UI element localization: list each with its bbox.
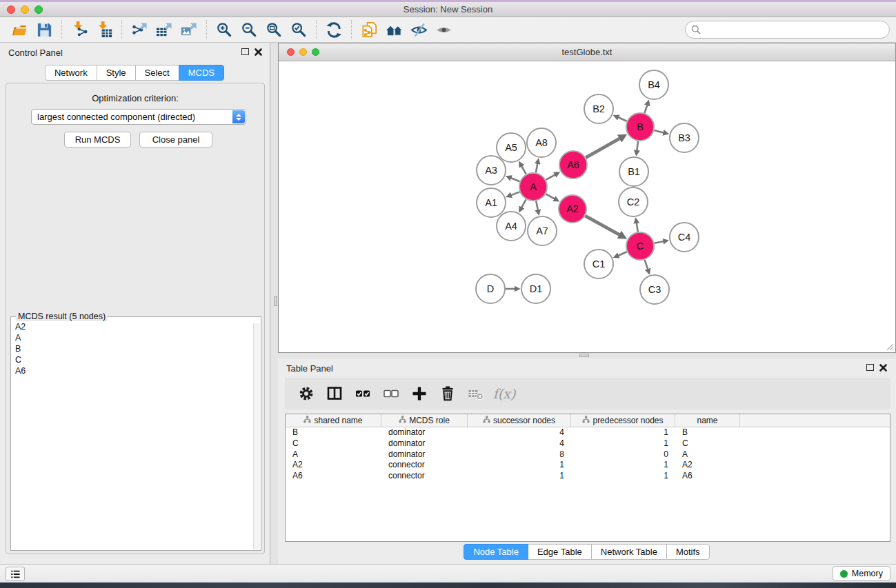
add-row-icon[interactable]	[409, 383, 430, 404]
table-cell[interactable]: C	[286, 438, 381, 449]
graph-node[interactable]: A5	[497, 133, 526, 162]
result-scrollbar[interactable]	[253, 323, 260, 549]
graph-node[interactable]: D	[476, 274, 505, 303]
memory-button[interactable]: Memory	[833, 566, 890, 581]
table-cell[interactable]: 8	[468, 449, 571, 460]
zoom-out-icon[interactable]	[237, 19, 261, 40]
tab-style[interactable]: Style	[97, 65, 136, 81]
graph-node[interactable]: A1	[477, 188, 506, 217]
table-settings-icon[interactable]	[296, 383, 317, 404]
table-cell[interactable]: 1	[468, 471, 571, 482]
result-item[interactable]: B	[15, 343, 252, 354]
result-item[interactable]: A6	[15, 365, 252, 376]
close-panel-button[interactable]: Close panel	[139, 132, 212, 148]
table-splitter-handle[interactable]	[579, 354, 589, 357]
table-cell[interactable]: B	[286, 427, 381, 438]
tab-network-table[interactable]: Network Table	[591, 544, 667, 560]
table-cell[interactable]: 1	[571, 438, 675, 449]
table-cell[interactable]: C	[675, 438, 740, 449]
column-header-MCDS-role[interactable]: MCDS role	[381, 414, 468, 427]
table-cell[interactable]: A	[675, 449, 740, 460]
table-row[interactable]: Cdominator41C	[286, 438, 890, 449]
zoom-in-icon[interactable]	[212, 19, 237, 40]
graph-edge[interactable]	[655, 241, 664, 243]
graph-node[interactable]: A3	[477, 156, 506, 185]
result-item[interactable]: C	[15, 354, 252, 365]
close-table-panel-icon[interactable]	[879, 363, 888, 372]
graph-edge[interactable]	[637, 223, 638, 232]
graph-edge[interactable]	[585, 216, 619, 235]
graph-node[interactable]: A4	[497, 212, 526, 241]
graph-edge[interactable]	[536, 201, 538, 210]
table-cell[interactable]: A6	[286, 471, 381, 482]
graph-edge[interactable]	[654, 130, 664, 132]
network-canvas[interactable]: B4 B2 B B3 A8 A5 A6 A3 B1 A C2 A1 A2 A4 …	[279, 62, 895, 352]
task-history-button[interactable]	[6, 567, 25, 581]
graph-edge[interactable]	[645, 260, 648, 270]
float-table-panel-icon[interactable]	[866, 364, 874, 371]
graph-edge[interactable]	[536, 164, 537, 173]
home-icon[interactable]	[381, 19, 406, 40]
save-session-icon[interactable]	[32, 19, 57, 40]
graph-node[interactable]: B1	[619, 157, 648, 186]
graph-edge[interactable]	[637, 141, 638, 151]
export-image-icon[interactable]	[177, 19, 201, 40]
search-input[interactable]	[704, 25, 889, 35]
graph-node[interactable]: B3	[670, 123, 699, 152]
tab-motifs[interactable]: Motifs	[666, 544, 710, 560]
tab-node-table[interactable]: Node Table	[464, 544, 528, 560]
table-cell[interactable]: A	[286, 449, 381, 460]
table-row[interactable]: A6connector11A6	[286, 471, 890, 482]
graph-node[interactable]: C4	[670, 223, 699, 252]
graph-edge[interactable]	[546, 194, 555, 199]
column-header-predecessor-nodes[interactable]: predecessor nodes	[571, 414, 675, 427]
tab-network[interactable]: Network	[45, 65, 97, 81]
resize-grip-icon[interactable]	[884, 341, 894, 351]
zoom-selected-icon[interactable]	[286, 19, 311, 40]
delete-row-icon[interactable]	[437, 383, 458, 404]
table-cell[interactable]: 1	[468, 460, 571, 471]
graph-edge[interactable]	[521, 199, 526, 207]
table-cell[interactable]: 0	[571, 449, 675, 460]
result-item[interactable]: A2	[15, 321, 252, 332]
graph-node[interactable]: A	[519, 173, 547, 201]
column-header-successor-nodes[interactable]: successor nodes	[468, 414, 571, 427]
criterion-dropdown[interactable]: largest connected component (directed)	[31, 109, 246, 125]
panel-splitter-handle[interactable]	[274, 296, 277, 306]
graph-node[interactable]: C	[626, 232, 654, 260]
table-cell[interactable]: 4	[468, 427, 571, 438]
table-row[interactable]: Bdominator41B	[286, 427, 890, 438]
table-cell[interactable]: connector	[381, 471, 468, 482]
table-cell[interactable]: connector	[381, 460, 468, 471]
float-panel-icon[interactable]	[241, 48, 249, 55]
graph-node[interactable]: A2	[559, 195, 586, 223]
refresh-layout-icon[interactable]	[321, 19, 346, 40]
graph-edge[interactable]	[511, 192, 519, 195]
graph-node[interactable]: C1	[584, 250, 613, 278]
column-header-name[interactable]: name	[675, 414, 740, 427]
graph-edge[interactable]	[511, 178, 520, 181]
graph-node[interactable]: D1	[521, 274, 550, 303]
table-row[interactable]: A2connector11A2	[286, 460, 890, 471]
result-item[interactable]: A	[15, 332, 252, 343]
tab-edge-table[interactable]: Edge Table	[528, 544, 592, 560]
run-mcds-button[interactable]: Run MCDS	[64, 132, 131, 148]
column-header-shared-name[interactable]: shared name	[286, 414, 381, 427]
export-network-icon[interactable]	[127, 19, 152, 40]
table-cell[interactable]: 1	[571, 460, 675, 471]
graph-edge[interactable]	[645, 105, 648, 114]
graph-node[interactable]: A8	[527, 128, 556, 157]
table-cell[interactable]: A2	[675, 460, 740, 471]
import-network-icon[interactable]	[67, 19, 92, 40]
graph-node[interactable]: C3	[640, 275, 669, 304]
graph-edge[interactable]	[546, 175, 555, 180]
import-table-icon[interactable]	[92, 19, 117, 40]
zoom-fit-icon[interactable]	[261, 19, 286, 40]
search-box[interactable]	[685, 21, 890, 39]
graph-edge[interactable]	[521, 166, 526, 174]
graph-node[interactable]: B	[626, 113, 654, 141]
table-cell[interactable]: 4	[468, 438, 571, 449]
close-panel-icon[interactable]	[254, 47, 263, 56]
table-cell[interactable]: A2	[286, 460, 381, 471]
graph-node[interactable]: A6	[559, 151, 587, 179]
